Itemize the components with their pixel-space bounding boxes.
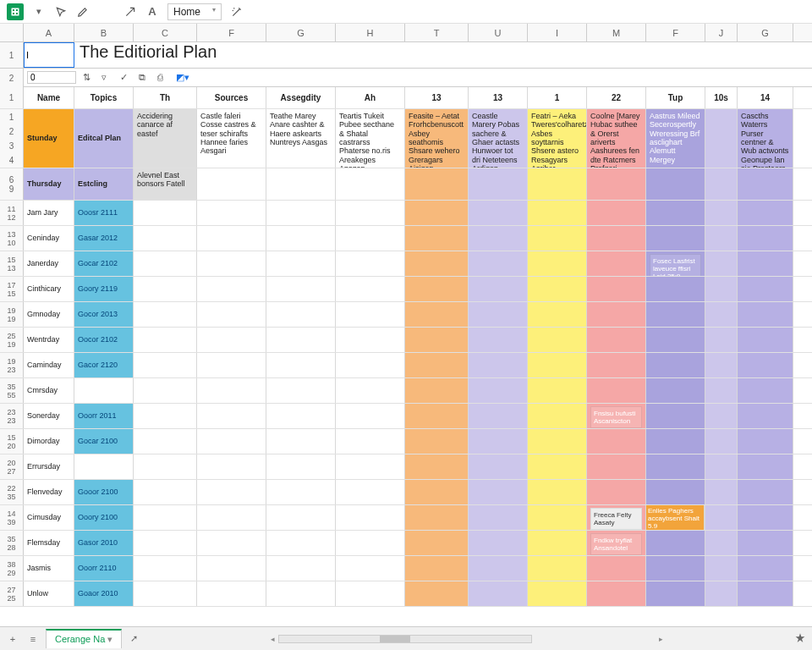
cell[interactable]	[646, 480, 705, 504]
cell[interactable]	[705, 201, 738, 225]
cell[interactable]	[469, 556, 528, 581]
cell-name[interactable]: Gmnoday	[24, 302, 74, 327]
cell[interactable]	[197, 429, 266, 454]
row-header[interactable]: 2027	[0, 454, 24, 479]
cell[interactable]	[197, 480, 266, 504]
chevron-down-icon[interactable]: ▾	[32, 5, 46, 19]
cell[interactable]	[197, 302, 266, 327]
note-card[interactable]: Fnsisu bufusti Ascaniscton	[590, 406, 642, 428]
cell-name[interactable]: Jasmis	[24, 556, 74, 581]
cell[interactable]	[528, 168, 587, 200]
cell[interactable]	[528, 201, 587, 225]
cell[interactable]	[587, 328, 646, 352]
cell-topic[interactable]	[74, 454, 134, 479]
row-header[interactable]: 3528	[0, 531, 24, 555]
cell-topic[interactable]	[74, 378, 134, 403]
cell[interactable]	[705, 302, 738, 327]
print-icon[interactable]: ⎙	[157, 72, 169, 84]
cell[interactable]	[587, 480, 646, 504]
cell[interactable]	[405, 556, 469, 581]
cell[interactable]	[738, 302, 793, 327]
format-input-a[interactable]	[27, 71, 76, 84]
cell-topic[interactable]: Ooory 2100	[74, 505, 134, 530]
cell-name[interactable]: Janerday	[24, 251, 74, 276]
cell[interactable]	[528, 353, 587, 377]
cell[interactable]	[646, 454, 705, 479]
cell[interactable]	[528, 454, 587, 479]
cell[interactable]	[738, 404, 793, 428]
row-header[interactable]: 1520	[0, 429, 24, 454]
cell-topic[interactable]: Gocar 2102	[74, 251, 134, 276]
cell[interactable]	[469, 353, 528, 377]
cell-name[interactable]: Stunday	[24, 109, 74, 168]
cell[interactable]	[266, 505, 336, 530]
cell[interactable]	[197, 168, 266, 200]
cell-name[interactable]: Dimorday	[24, 429, 74, 454]
cell[interactable]	[469, 201, 528, 225]
row-header[interactable]: 3829	[0, 556, 24, 581]
cell[interactable]	[134, 328, 197, 352]
cell[interactable]	[266, 378, 336, 403]
cell[interactable]	[705, 480, 738, 504]
cell[interactable]	[646, 168, 705, 200]
hdr-10s[interactable]: 10s	[705, 87, 738, 108]
col-header[interactable]: A	[24, 24, 74, 41]
cell[interactable]	[405, 404, 469, 428]
cell[interactable]	[336, 378, 405, 403]
cell-th[interactable]: Alevnel East bonsors Fatell	[134, 168, 197, 200]
copy-icon[interactable]: ⧉	[139, 72, 151, 84]
cell[interactable]	[738, 251, 793, 276]
cell[interactable]	[705, 277, 738, 301]
filter-icon[interactable]: ▿	[102, 72, 113, 84]
cell-name[interactable]: Caminday	[24, 353, 74, 377]
cell-asseg[interactable]: Teathe Marey Anare cashter & Haere askea…	[266, 109, 336, 168]
cell[interactable]	[705, 404, 738, 428]
cell[interactable]	[405, 429, 469, 454]
cell[interactable]	[469, 168, 528, 200]
cell[interactable]	[646, 429, 705, 454]
cell[interactable]	[405, 168, 469, 200]
cell[interactable]	[738, 328, 793, 352]
cell[interactable]	[336, 201, 405, 225]
cell[interactable]	[469, 378, 528, 403]
col-header[interactable]: B	[74, 24, 134, 41]
hdr-ah[interactable]: Ah	[336, 87, 405, 108]
cell[interactable]	[197, 201, 266, 225]
cell-topic[interactable]: Estcling	[74, 168, 134, 200]
cell[interactable]	[528, 378, 587, 403]
cell[interactable]	[405, 226, 469, 251]
cell[interactable]	[587, 277, 646, 301]
hdr-th[interactable]: Th	[134, 87, 197, 108]
cell[interactable]	[336, 168, 405, 200]
row-header[interactable]: 1112	[0, 201, 24, 225]
cell-topic[interactable]: Gasor 2010	[74, 531, 134, 555]
cell[interactable]	[646, 201, 705, 225]
row-header[interactable]: 1439	[0, 505, 24, 530]
cell[interactable]	[266, 328, 336, 352]
cell[interactable]	[197, 353, 266, 377]
cell[interactable]	[528, 328, 587, 352]
cell[interactable]	[528, 404, 587, 428]
cell-topic[interactable]: Gacor 2120	[74, 353, 134, 377]
col-header[interactable]: T	[405, 24, 469, 41]
cell-name[interactable]: Jam Jary	[24, 201, 74, 225]
cell[interactable]	[336, 226, 405, 251]
select-all-corner[interactable]	[0, 24, 24, 41]
cell[interactable]	[405, 505, 469, 530]
cell[interactable]	[469, 251, 528, 276]
cell-13b[interactable]: Ceastle Marery Pobas sachere & Ghaer act…	[469, 109, 528, 168]
cell[interactable]	[336, 454, 405, 479]
cell[interactable]	[705, 226, 738, 251]
cell-topic[interactable]: Gocor 2013	[74, 302, 134, 327]
cell[interactable]	[266, 480, 336, 504]
cell[interactable]	[266, 251, 336, 276]
cell[interactable]	[469, 581, 528, 606]
hdr-sources[interactable]: Sources	[197, 87, 266, 108]
cell-topic[interactable]: Oocor 2102	[74, 328, 134, 352]
cell[interactable]	[705, 454, 738, 479]
arrow-icon[interactable]	[123, 5, 137, 19]
row-header[interactable]: 1923	[0, 353, 24, 377]
cell[interactable]	[405, 201, 469, 225]
row-header[interactable]: 1513	[0, 251, 24, 276]
col-header[interactable]: J	[705, 24, 738, 41]
